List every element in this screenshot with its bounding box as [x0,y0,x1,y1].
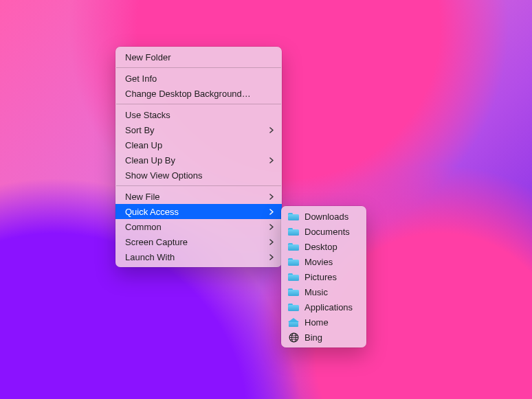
menu-item-label: Use Stacks [125,110,274,120]
folder-icon [288,226,299,237]
menu-item-label: Common [125,222,264,232]
folder-icon [288,241,299,252]
menu-item-sort-by[interactable]: Sort By [115,122,282,137]
menu-item-label: Launch With [125,252,264,262]
menu-item-label: Quick Access [125,207,264,217]
desktop-background[interactable]: New Folder Get Info Change Desktop Backg… [0,0,532,399]
submenu-item-pictures[interactable]: Pictures [281,269,366,284]
chevron-right-icon [269,239,274,245]
home-icon [288,317,299,328]
menu-separator [116,104,281,104]
submenu-item-label: Applications [304,302,358,312]
menu-item-use-stacks[interactable]: Use Stacks [115,107,282,122]
chevron-right-icon [269,224,274,230]
menu-item-common[interactable]: Common [115,219,282,234]
menu-item-label: Clean Up By [125,155,264,166]
globe-icon [288,332,299,343]
menu-item-screen-capture[interactable]: Screen Capture [115,234,282,249]
folder-icon [288,286,299,297]
chevron-right-icon [269,209,274,215]
menu-item-quick-access[interactable]: Quick Access [115,204,282,219]
submenu-item-label: Downloads [304,212,358,222]
chevron-right-icon [269,157,274,163]
menu-item-launch-with[interactable]: Launch With [115,249,282,264]
menu-item-label: Sort By [125,125,264,135]
chevron-right-icon [269,194,274,200]
menu-item-label: Change Desktop Background… [125,89,274,99]
submenu-item-label: Pictures [304,272,358,282]
menu-item-label: Get Info [125,73,274,84]
menu-item-label: New Folder [125,52,274,62]
submenu-item-downloads[interactable]: Downloads [281,209,366,224]
menu-item-label: Clean Up [125,140,274,150]
submenu-item-label: Home [304,317,358,328]
folder-icon [288,211,299,222]
context-menu: New Folder Get Info Change Desktop Backg… [115,47,282,267]
menu-separator [116,67,281,68]
menu-item-label: Screen Capture [125,237,264,247]
menu-separator [116,185,281,186]
submenu-item-label: Music [304,287,358,297]
folder-icon [288,301,299,312]
menu-item-new-file[interactable]: New File [115,189,282,204]
menu-item-clean-up[interactable]: Clean Up [115,137,282,152]
menu-item-change-desktop-background[interactable]: Change Desktop Background… [115,86,282,101]
submenu-item-desktop[interactable]: Desktop [281,239,366,254]
menu-item-show-view-options[interactable]: Show View Options [115,168,282,183]
submenu-item-label: Desktop [304,242,358,252]
submenu-item-home[interactable]: Home [281,315,366,330]
submenu-item-documents[interactable]: Documents [281,224,366,239]
menu-item-label: New File [125,192,264,202]
chevron-right-icon [269,127,274,133]
menu-item-new-folder[interactable]: New Folder [115,49,282,65]
submenu-item-movies[interactable]: Movies [281,254,366,269]
submenu-item-label: Documents [304,227,358,237]
menu-item-get-info[interactable]: Get Info [115,71,282,86]
submenu-item-applications[interactable]: Applications [281,299,366,315]
submenu-item-label: Bing [304,332,358,343]
chevron-right-icon [269,254,274,260]
folder-icon [288,256,299,267]
submenu-item-label: Movies [304,257,358,267]
menu-item-clean-up-by[interactable]: Clean Up By [115,152,282,168]
submenu-item-bing[interactable]: Bing [281,330,366,345]
folder-icon [288,271,299,282]
menu-item-label: Show View Options [125,170,274,181]
quick-access-submenu: Downloads Documents Desktop Movies Pictu… [281,206,366,347]
submenu-item-music[interactable]: Music [281,284,366,299]
